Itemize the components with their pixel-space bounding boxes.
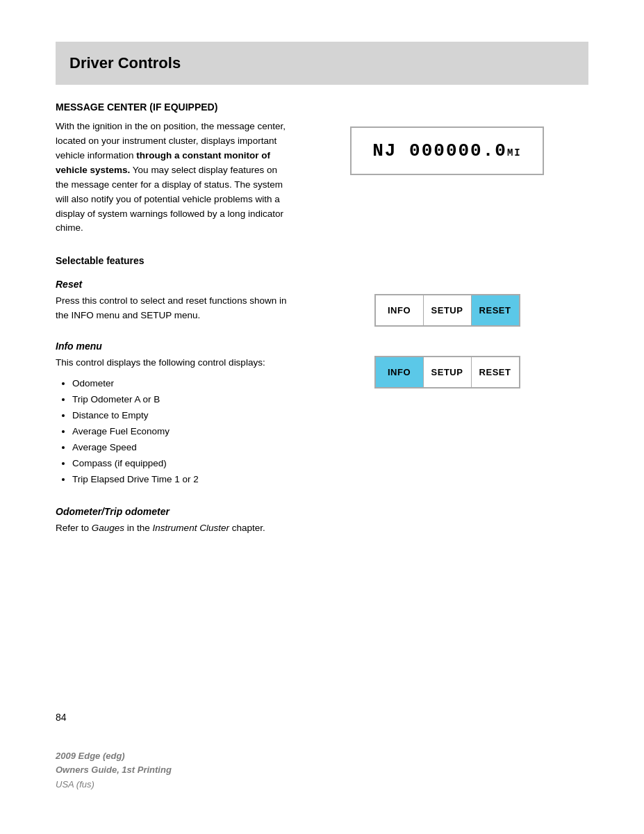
list-item: Odometer	[72, 376, 292, 392]
reset-text-col: Press this control to select and reset f…	[56, 294, 292, 323]
info-menu-list: Odometer Trip Odometer A or B Distance t…	[56, 376, 292, 488]
info-menu-text-col: This control displays the following cont…	[56, 356, 292, 493]
reset-button-group: INFO SETUP RESET	[374, 294, 520, 327]
list-item: Compass (if equipped)	[72, 456, 292, 472]
selectable-features-heading: Selectable features	[56, 255, 588, 266]
intro-text-col: With the ignition in the on position, th…	[56, 120, 292, 241]
reset-button-col: INFO SETUP RESET	[306, 294, 588, 327]
list-item: Trip Odometer A or B	[72, 392, 292, 408]
page-number: 84	[56, 712, 67, 723]
info-button-group: INFO SETUP RESET	[374, 356, 520, 389]
list-item: Trip Elapsed Drive Time 1 or 2	[72, 472, 292, 488]
footer-line3: USA (fus)	[56, 778, 172, 792]
reset-button-2[interactable]: RESET	[472, 357, 519, 387]
reset-heading: Reset	[56, 279, 588, 290]
odometer-display: NJ 000000.0MI	[350, 126, 543, 175]
info-button[interactable]: INFO	[376, 295, 424, 325]
info-button-active[interactable]: INFO	[376, 357, 424, 387]
page-title: Driver Controls	[69, 54, 181, 72]
footer-line1: 2009 Edge (edg)	[56, 749, 172, 764]
reset-body: Press this control to select and reset f…	[56, 294, 292, 323]
reset-section: Press this control to select and reset f…	[56, 294, 588, 327]
reset-button[interactable]: RESET	[472, 295, 519, 325]
info-menu-body: This control displays the following cont…	[56, 356, 292, 370]
odometer-col: NJ 000000.0MI	[306, 120, 588, 175]
intro-section: With the ignition in the on position, th…	[56, 120, 588, 241]
odometer-trip-section: Odometer/Trip odometer Refer to Gauges i…	[56, 506, 588, 536]
odometer-trip-ref: Refer to Gauges in the Instrument Cluste…	[56, 521, 588, 536]
intro-paragraph: With the ignition in the on position, th…	[56, 120, 292, 236]
list-item: Average Fuel Economy	[72, 424, 292, 440]
header-banner: Driver Controls	[56, 42, 588, 85]
info-menu-section: This control displays the following cont…	[56, 356, 588, 493]
list-item: Distance to Empty	[72, 408, 292, 424]
message-center-heading: MESSAGE CENTER (IF EQUIPPED)	[56, 101, 588, 113]
info-button-col: INFO SETUP RESET	[306, 356, 588, 389]
setup-button-2[interactable]: SETUP	[424, 357, 472, 387]
info-menu-heading: Info menu	[56, 341, 588, 352]
footer-line2: Owners Guide, 1st Printing	[56, 763, 172, 778]
odometer-trip-heading: Odometer/Trip odometer	[56, 506, 588, 517]
setup-button[interactable]: SETUP	[424, 295, 472, 325]
footer: 2009 Edge (edg) Owners Guide, 1st Printi…	[56, 749, 172, 792]
page-container: Driver Controls MESSAGE CENTER (IF EQUIP…	[0, 0, 644, 834]
list-item: Average Speed	[72, 440, 292, 456]
